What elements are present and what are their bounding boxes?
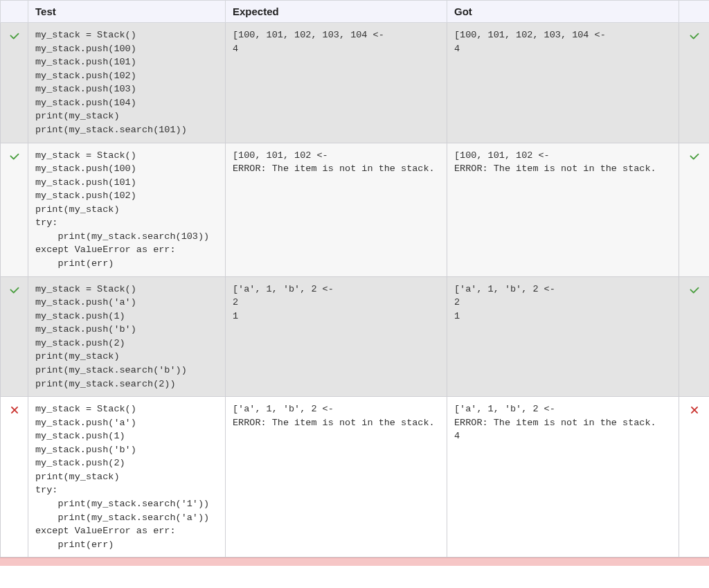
check-icon <box>8 284 21 296</box>
footer-error-bar <box>0 558 709 566</box>
cell-got: ['a', 1, 'b', 2 <- ERROR: The item is no… <box>447 397 679 558</box>
cell-test: my_stack = Stack() my_stack.push('a') my… <box>28 276 226 397</box>
row-status-right <box>679 276 710 397</box>
cell-got: ['a', 1, 'b', 2 <- 2 1 <box>447 276 679 397</box>
cross-icon <box>688 404 701 416</box>
row-status-left <box>1 397 28 558</box>
cell-test: my_stack = Stack() my_stack.push(100) my… <box>28 23 226 143</box>
cell-test: my_stack = Stack() my_stack.push(100) my… <box>28 143 226 276</box>
cell-got: [100, 101, 102 <- ERROR: The item is not… <box>447 143 679 276</box>
header-test: Test <box>28 1 226 23</box>
row-status-right <box>679 397 710 558</box>
cross-icon <box>8 404 21 416</box>
check-icon <box>8 30 21 42</box>
table-row: my_stack = Stack() my_stack.push('a') my… <box>1 276 710 397</box>
check-icon <box>688 30 701 42</box>
header-row: Test Expected Got <box>1 1 710 23</box>
row-status-left <box>1 23 28 143</box>
cell-got: [100, 101, 102, 103, 104 <- 4 <box>447 23 679 143</box>
check-icon <box>688 284 701 296</box>
row-status-right <box>679 143 710 276</box>
table-row: my_stack = Stack() my_stack.push(100) my… <box>1 143 710 276</box>
row-status-left <box>1 143 28 276</box>
header-status-right <box>679 1 710 23</box>
test-results-table: Test Expected Got my_stack = Stack() my_… <box>0 0 709 558</box>
cell-expected: [100, 101, 102 <- ERROR: The item is not… <box>226 143 447 276</box>
cell-expected: ['a', 1, 'b', 2 <- ERROR: The item is no… <box>226 397 447 558</box>
row-status-left <box>1 276 28 397</box>
cell-expected: ['a', 1, 'b', 2 <- 2 1 <box>226 276 447 397</box>
header-expected: Expected <box>226 1 447 23</box>
cell-expected: [100, 101, 102, 103, 104 <- 4 <box>226 23 447 143</box>
table-row: my_stack = Stack() my_stack.push('a') my… <box>1 397 710 558</box>
row-status-right <box>679 23 710 143</box>
table-row: my_stack = Stack() my_stack.push(100) my… <box>1 23 710 143</box>
cell-test: my_stack = Stack() my_stack.push('a') my… <box>28 397 226 558</box>
header-status-left <box>1 1 28 23</box>
check-icon <box>8 150 21 163</box>
check-icon <box>688 150 701 163</box>
header-got: Got <box>447 1 679 23</box>
